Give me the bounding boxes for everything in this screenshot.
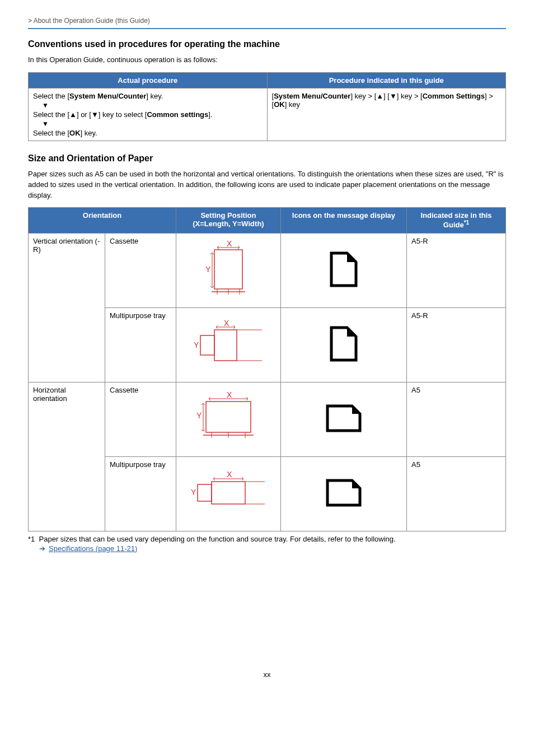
indicated-size: A5-R: [407, 233, 506, 307]
svg-rect-16: [206, 402, 251, 432]
proc-indicated-cell: [System Menu/Counter] key > [▲] [▼] key …: [267, 88, 506, 141]
svg-text:Y: Y: [191, 488, 196, 497]
svg-text:X: X: [227, 239, 232, 248]
display-icon-landscape: [280, 382, 406, 456]
svg-rect-0: [214, 250, 242, 289]
svg-text:X: X: [224, 319, 229, 328]
proc-th-actual: Actual procedure: [29, 72, 268, 88]
section1-heading: Conventions used in procedures for opera…: [28, 39, 506, 49]
indicated-size: A5: [407, 456, 506, 531]
svg-text:Y: Y: [196, 411, 202, 420]
orient-src: Cassette: [105, 382, 176, 456]
svg-rect-25: [212, 482, 245, 504]
svg-text:Y: Y: [194, 340, 199, 349]
breadcrumb: > About the Operation Guide (this Guide): [28, 17, 506, 28]
section2-intro: Paper sizes such as A5 can be used in bo…: [28, 169, 506, 201]
orient-src: Multipurpose tray: [105, 456, 176, 531]
down-arrow-icon: ▼: [42, 101, 263, 109]
procedure-table: Actual procedure Procedure indicated in …: [28, 72, 506, 141]
footnote: *1 Paper sizes that can be used vary dep…: [28, 535, 506, 543]
orient-th-size: Indicated size in this Guide*1: [407, 208, 506, 233]
display-icon-portrait: [280, 307, 406, 382]
setting-position-diagram: X Y: [176, 233, 281, 307]
down-arrow-icon: ▼: [42, 120, 263, 128]
link-arrow-icon: ➔: [39, 544, 45, 553]
orient-src: Multipurpose tray: [105, 307, 176, 382]
svg-rect-9: [214, 330, 237, 361]
indicated-size: A5: [407, 382, 506, 456]
proc-actual-cell: Select the [System Menu/Counter] key. ▼ …: [29, 88, 268, 141]
orient-src: Cassette: [105, 233, 176, 307]
svg-text:X: X: [227, 470, 232, 479]
orient-th-setting: Setting Position (X=Length, Y=Width): [176, 208, 281, 233]
specifications-link[interactable]: Specifications (page 11-21): [49, 544, 137, 553]
orient-horizontal-label: Horizontal orientation: [29, 382, 105, 531]
section1-intro: In this Operation Guide, continuous oper…: [28, 55, 506, 66]
setting-position-diagram: X Y: [176, 456, 281, 531]
setting-position-diagram: X Y: [176, 307, 281, 382]
section2-heading: Size and Orientation of Paper: [28, 153, 506, 164]
page-number: xx: [28, 670, 506, 679]
orient-vertical-label: Vertical orientation (-R): [29, 233, 105, 382]
orientation-table: Orientation Setting Position (X=Length, …: [28, 207, 506, 531]
display-icon-landscape: [280, 456, 406, 531]
setting-position-diagram: X Y: [176, 382, 281, 456]
orient-th-orientation: Orientation: [29, 208, 176, 233]
display-icon-portrait: [280, 233, 406, 307]
orient-th-icons: Icons on the message display: [280, 208, 406, 233]
divider: [28, 28, 506, 29]
svg-text:Y: Y: [205, 265, 211, 274]
indicated-size: A5-R: [407, 307, 506, 382]
svg-rect-10: [200, 335, 214, 355]
proc-th-indicated: Procedure indicated in this guide: [267, 72, 506, 88]
spec-link-row: ➔Specifications (page 11-21): [28, 544, 506, 553]
svg-rect-26: [198, 484, 212, 501]
svg-text:X: X: [227, 390, 232, 399]
